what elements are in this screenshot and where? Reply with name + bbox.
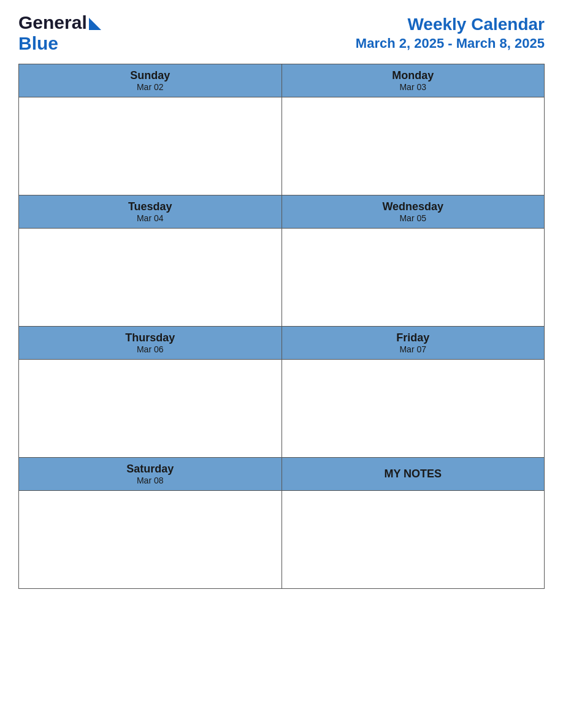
notes-header: MY NOTES [282, 458, 545, 491]
wednesday-date: Mar 05 [285, 213, 542, 223]
thursday-header: Thursday Mar 06 [19, 327, 282, 360]
logo-blue-text: Blue [18, 33, 58, 53]
tuesday-name: Tuesday [21, 200, 279, 213]
monday-cell[interactable] [282, 97, 545, 195]
sunday-name: Sunday [21, 69, 279, 82]
thursday-date: Mar 06 [21, 344, 279, 354]
friday-cell[interactable] [282, 360, 545, 458]
wednesday-name: Wednesday [285, 200, 542, 213]
saturday-name: Saturday [21, 463, 279, 476]
wednesday-header: Wednesday Mar 05 [282, 195, 545, 229]
row-sun-mon-cells [19, 97, 545, 195]
calendar-subtitle: March 2, 2025 - March 8, 2025 [356, 35, 545, 53]
friday-name: Friday [285, 332, 542, 344]
sunday-header: Sunday Mar 02 [19, 64, 282, 97]
row-sun-mon-header: Sunday Mar 02 Monday Mar 03 [19, 64, 545, 97]
row-thu-fri-header: Thursday Mar 06 Friday Mar 07 [19, 327, 545, 360]
wednesday-cell[interactable] [282, 229, 545, 327]
monday-date: Mar 03 [285, 82, 542, 92]
title-container: Weekly Calendar March 2, 2025 - March 8,… [356, 14, 545, 52]
calendar-title: Weekly Calendar [356, 14, 545, 35]
monday-header: Monday Mar 03 [282, 64, 545, 97]
row-sat-notes-header: Saturday Mar 08 MY NOTES [19, 458, 545, 491]
row-sat-notes-cells [19, 491, 545, 589]
notes-cell[interactable] [282, 491, 545, 589]
friday-header: Friday Mar 07 [282, 327, 545, 360]
thursday-name: Thursday [21, 332, 279, 344]
tuesday-header: Tuesday Mar 04 [19, 195, 282, 229]
logo: General Blue [18, 12, 101, 54]
saturday-header: Saturday Mar 08 [19, 458, 282, 491]
tuesday-date: Mar 04 [21, 213, 279, 223]
row-thu-fri-cells [19, 360, 545, 458]
monday-name: Monday [285, 69, 542, 82]
tuesday-cell[interactable] [19, 229, 282, 327]
thursday-cell[interactable] [19, 360, 282, 458]
row-tue-wed-header: Tuesday Mar 04 Wednesday Mar 05 [19, 195, 545, 229]
notes-title: MY NOTES [285, 468, 542, 480]
logo-triangle-icon [89, 18, 101, 30]
logo-general-text: General [18, 12, 87, 33]
friday-date: Mar 07 [285, 344, 542, 354]
saturday-date: Mar 08 [21, 476, 279, 485]
sunday-date: Mar 02 [21, 82, 279, 92]
page-header: General Blue Weekly Calendar March 2, 20… [18, 12, 545, 54]
saturday-cell[interactable] [19, 491, 282, 589]
sunday-cell[interactable] [19, 97, 282, 195]
calendar-table: Sunday Mar 02 Monday Mar 03 Tuesday Mar … [18, 64, 545, 589]
row-tue-wed-cells [19, 229, 545, 327]
